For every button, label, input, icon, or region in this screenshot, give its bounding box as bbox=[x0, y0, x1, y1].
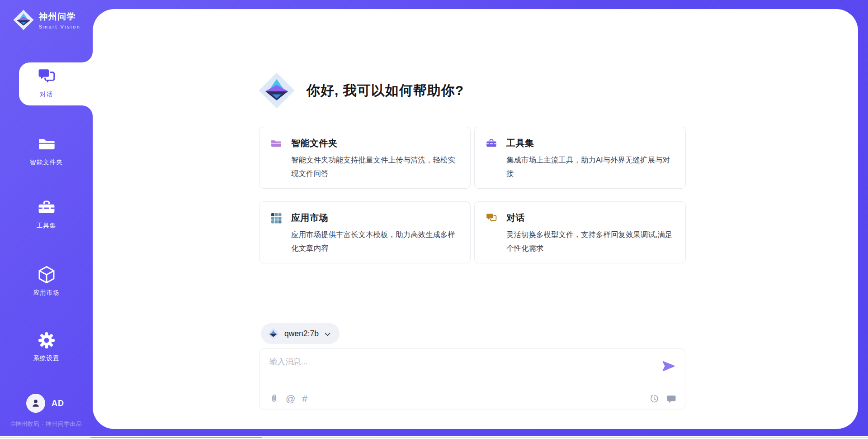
apps-grid-icon bbox=[270, 212, 282, 224]
card-chat[interactable]: 对话 灵活切换多模型文件，支持多样回复效果调试,满足个性化需求 bbox=[474, 201, 686, 263]
sidebar-item-label: 智能文件夹 bbox=[0, 158, 93, 167]
sidebar: 神州问学 Smart Vision 对话 智能文件夹 工具集 bbox=[0, 0, 93, 439]
folder-icon bbox=[270, 138, 282, 149]
brand-title: 神州问学 bbox=[39, 11, 80, 23]
message-input[interactable] bbox=[269, 356, 654, 382]
hashtag-icon[interactable]: # bbox=[302, 394, 307, 404]
sidebar-item-label: 系统设置 bbox=[0, 354, 93, 363]
chat-bubbles-icon bbox=[486, 212, 497, 224]
window-bottom-edge bbox=[0, 436, 868, 439]
card-description: 集成市场上主流工具，助力AI与外界无缝扩展与对接 bbox=[506, 153, 675, 180]
card-description: 智能文件夹功能支持批量文件上传与清洗，轻松实现文件问答 bbox=[291, 153, 459, 180]
feature-cards: 智能文件夹 智能文件夹功能支持批量文件上传与清洗，轻松实现文件问答 工具集 集成… bbox=[259, 127, 688, 263]
card-title: 对话 bbox=[506, 212, 525, 224]
composer-left-tools: @ # bbox=[269, 394, 307, 404]
card-smart-folder[interactable]: 智能文件夹 智能文件夹功能支持批量文件上传与清洗，轻松实现文件问答 bbox=[259, 127, 471, 189]
sidebar-item-smart-folder[interactable]: 智能文件夹 bbox=[0, 135, 93, 167]
sidebar-item-chat[interactable]: 对话 bbox=[0, 67, 93, 99]
folder-icon bbox=[37, 135, 56, 154]
card-description: 灵活切换多模型文件，支持多样回复效果调试,满足个性化需求 bbox=[506, 228, 675, 255]
model-selector[interactable]: qwen2:7b bbox=[261, 323, 340, 344]
sidebar-item-label: 工具集 bbox=[0, 222, 93, 230]
user-name: AD bbox=[52, 399, 64, 408]
person-icon bbox=[30, 398, 41, 409]
brand-subtitle: Smart Vision bbox=[39, 24, 80, 29]
card-title: 智能文件夹 bbox=[291, 137, 338, 149]
card-description: 应用市场提供丰富长文本模板，助力高效生成多样化文章内容 bbox=[291, 228, 459, 255]
message-composer: @ # bbox=[259, 348, 685, 410]
avatar bbox=[26, 394, 45, 413]
chevron-down-icon bbox=[324, 330, 331, 338]
sidebar-item-app-market[interactable]: 应用市场 bbox=[0, 265, 93, 297]
composer-right-tools bbox=[649, 394, 676, 404]
sidebar-item-toolset[interactable]: 工具集 bbox=[0, 198, 93, 230]
brand-diamond-icon bbox=[267, 328, 279, 340]
greeting-text: 你好, 我可以如何帮助你? bbox=[307, 81, 464, 100]
history-icon[interactable] bbox=[649, 394, 659, 404]
user-profile[interactable]: AD bbox=[26, 394, 64, 413]
card-toolset[interactable]: 工具集 集成市场上主流工具，助力AI与外界无缝扩展与对接 bbox=[474, 127, 686, 189]
card-app-market[interactable]: 应用市场 应用市场提供丰富长文本模板，助力高效生成多样化文章内容 bbox=[259, 201, 471, 263]
brand-diamond-icon bbox=[13, 9, 34, 31]
brand: 神州问学 Smart Vision bbox=[13, 9, 80, 31]
cube-icon bbox=[37, 265, 56, 284]
greeting: 你好, 我可以如何帮助你? bbox=[258, 72, 464, 110]
chat-bubbles-icon bbox=[37, 67, 56, 86]
mention-icon[interactable]: @ bbox=[286, 394, 295, 404]
send-icon[interactable] bbox=[662, 360, 675, 372]
model-name: qwen2:7b bbox=[284, 329, 319, 339]
attachment-icon[interactable] bbox=[269, 394, 279, 404]
gear-icon bbox=[37, 331, 56, 350]
card-title: 工具集 bbox=[506, 137, 534, 149]
composer-divider bbox=[264, 385, 680, 385]
sidebar-item-label: 应用市场 bbox=[0, 289, 93, 297]
sidebar-item-label: 对话 bbox=[0, 91, 93, 99]
brand-diamond-icon bbox=[258, 72, 296, 110]
card-title: 应用市场 bbox=[291, 212, 328, 224]
toolbox-icon bbox=[486, 138, 497, 149]
scrollbar-thumb[interactable] bbox=[90, 437, 262, 438]
toolbox-icon bbox=[37, 198, 56, 217]
sidebar-item-settings[interactable]: 系统设置 bbox=[0, 331, 93, 363]
chat-record-icon[interactable] bbox=[666, 394, 676, 404]
copyright-text: ©神州数码 · 神州问学出品 bbox=[0, 420, 93, 428]
